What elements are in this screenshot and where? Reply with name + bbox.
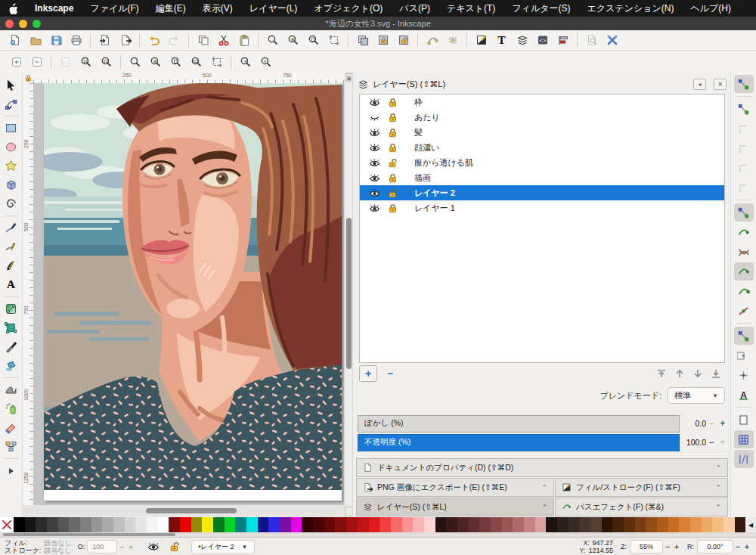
menu-inkscape[interactable]: Inkscape — [26, 0, 82, 17]
blur-increase-button[interactable]: + — [717, 418, 728, 429]
snap-nodes-icon[interactable] — [734, 203, 754, 222]
layer-row[interactable]: 服から透ける肌 — [360, 155, 724, 170]
palette-swatch[interactable] — [158, 517, 169, 532]
palette-swatch[interactable] — [413, 517, 424, 532]
remove-layer-button[interactable]: − — [382, 366, 398, 381]
snap-bbox-centers-icon[interactable] — [734, 178, 754, 197]
paint-bucket-tool-icon[interactable] — [2, 356, 20, 375]
preferences-icon[interactable] — [602, 32, 622, 48]
palette-swatch[interactable] — [324, 517, 336, 532]
hscroll-thumb[interactable] — [146, 508, 237, 513]
layer-to-top-button[interactable] — [652, 366, 671, 381]
star-tool-icon[interactable] — [2, 157, 20, 175]
spray-tool-icon[interactable] — [2, 399, 20, 418]
dock-collapse-button[interactable]: ◂ — [693, 79, 706, 90]
zoom-out-icon[interactable] — [26, 54, 47, 70]
opacity-decrease-button[interactable]: − — [706, 437, 717, 448]
lock-closed-icon[interactable] — [384, 203, 401, 214]
text-dialog-icon[interactable]: T — [491, 32, 512, 48]
canvas-page[interactable] — [44, 83, 342, 501]
layer-row[interactable]: あたり — [360, 110, 724, 125]
palette-swatch[interactable] — [690, 517, 702, 532]
visibility-eye-icon[interactable] — [366, 172, 383, 184]
document-properties-bar[interactable]: ドキュメントのプロパティ(D) (⇧⌘D) ⌃ — [356, 458, 728, 477]
snap-to-paths-icon[interactable] — [734, 223, 754, 241]
layer-row[interactable]: 枠 — [360, 95, 724, 110]
snap-grid-icon[interactable] — [734, 430, 754, 448]
palette-swatch[interactable] — [546, 517, 557, 532]
object-opacity-field[interactable]: 100 — [87, 540, 117, 553]
menu-object[interactable]: オブジェクト(O) — [305, 0, 391, 17]
palette-swatch[interactable] — [346, 517, 358, 532]
visibility-eye-closed-icon[interactable] — [366, 112, 383, 123]
blend-mode-select[interactable]: 標準 ▼ — [668, 387, 725, 404]
palette-swatch[interactable] — [380, 517, 391, 532]
zoom-plus-button[interactable]: + — [672, 542, 681, 551]
new-document-icon[interactable] — [5, 32, 25, 48]
find-icon[interactable] — [581, 32, 602, 48]
visibility-eye-icon[interactable] — [366, 157, 383, 169]
zoom-center-page-icon[interactable] — [206, 54, 227, 70]
menu-layer[interactable]: レイヤー(L) — [241, 0, 306, 17]
snap-bbox-edge-midpoints-icon[interactable] — [734, 159, 754, 177]
palette-swatch[interactable] — [646, 517, 657, 532]
print-icon[interactable] — [66, 32, 86, 48]
visibility-eye-icon[interactable] — [366, 142, 383, 153]
opacity-plus-button[interactable]: + — [126, 542, 135, 551]
palette-swatch[interactable] — [502, 517, 513, 532]
palette-swatch[interactable] — [668, 517, 680, 532]
palette-scroll-thumb[interactable] — [3, 533, 175, 536]
palette-swatch[interactable] — [446, 517, 457, 532]
palette-swatch[interactable] — [313, 517, 324, 532]
snap-path-intersections-icon[interactable] — [734, 243, 754, 261]
path-effects-bar[interactable]: パスエフェクト(F) (⌘&) ⌃ — [555, 498, 728, 516]
palette-swatch[interactable] — [291, 517, 302, 532]
menu-view[interactable]: 表示(V) — [194, 0, 241, 17]
zoom-to-page-icon[interactable] — [166, 54, 186, 70]
palette-swatch[interactable] — [102, 517, 113, 532]
ungroup-icon[interactable] — [393, 32, 414, 48]
lock-closed-icon[interactable] — [384, 127, 401, 138]
palette-swatch[interactable] — [125, 517, 136, 532]
palette-swatch[interactable] — [369, 517, 380, 532]
layer-lower-button[interactable] — [689, 366, 707, 381]
snap-bbox-icon[interactable] — [734, 100, 754, 118]
rotation-minus-button[interactable]: − — [733, 542, 742, 551]
zoom-previous-icon[interactable] — [235, 54, 256, 70]
palette-swatch[interactable] — [723, 517, 735, 532]
palette-swatch[interactable] — [469, 517, 480, 532]
palette-swatch[interactable] — [702, 517, 713, 532]
spiral-tool-icon[interactable] — [2, 194, 20, 213]
visibility-eye-icon[interactable] — [366, 127, 383, 138]
snap-smooth-nodes-icon[interactable] — [734, 282, 754, 300]
palette-swatch[interactable] — [513, 517, 524, 532]
opacity-increase-button[interactable]: + — [717, 437, 728, 448]
snap-rotation-centers-icon[interactable] — [734, 366, 754, 384]
menu-help[interactable]: ヘルプ(H) — [682, 0, 739, 17]
palette-swatch[interactable] — [557, 517, 569, 532]
palette-swatch[interactable] — [679, 517, 690, 532]
redo-icon[interactable] — [164, 32, 184, 48]
lock-closed-icon[interactable] — [384, 97, 401, 108]
snap-bbox-edges-icon[interactable] — [734, 119, 754, 138]
horizontal-ruler[interactable]: 250 500 750 — [33, 73, 345, 84]
visibility-eye-icon[interactable] — [366, 203, 383, 214]
vertical-ruler[interactable]: 250 500 750 1000 1250 — [23, 83, 34, 505]
guide-lock-toggle[interactable] — [23, 73, 33, 83]
palette-swatch[interactable] — [25, 517, 36, 532]
layer-lock-toggle[interactable] — [169, 541, 181, 553]
save-document-icon[interactable] — [45, 32, 66, 48]
palette-swatch[interactable] — [280, 517, 291, 532]
opacity-minus-button[interactable]: − — [117, 542, 126, 551]
palette-swatch[interactable] — [147, 517, 158, 532]
apple-menu[interactable] — [0, 0, 26, 17]
menu-text[interactable]: テキスト(T) — [438, 0, 503, 17]
layers-dialog-icon[interactable] — [512, 32, 532, 48]
layer-row-selected[interactable]: レイヤー 2 — [360, 185, 724, 200]
palette-swatch[interactable] — [202, 517, 213, 532]
palette-swatch[interactable] — [402, 517, 414, 532]
canvas-horizontal-scrollbar[interactable] — [23, 505, 352, 516]
layer-to-bottom-button[interactable] — [707, 366, 725, 381]
palette-swatch[interactable] — [268, 517, 280, 532]
zoom-field[interactable]: 55% — [630, 540, 663, 553]
